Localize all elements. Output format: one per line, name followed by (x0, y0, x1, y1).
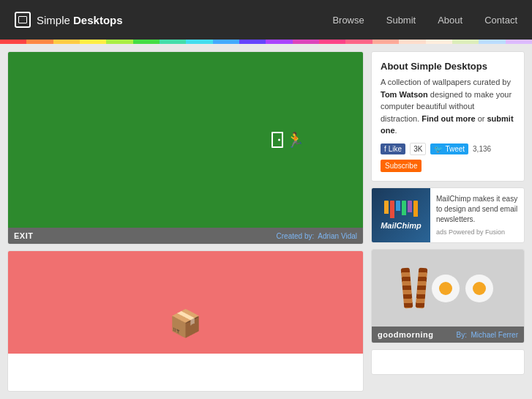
mailchimp-bars (384, 201, 418, 218)
header: Simple Desktops Browse Submit About Cont… (0, 0, 532, 40)
logo-simple-text: Simple (37, 14, 73, 26)
ad-box[interactable]: MailChimp MailChimp makes it easy to des… (371, 187, 525, 244)
egg-yolk-2 (473, 282, 486, 295)
goodmorning-credit: By: Michael Ferrer (457, 331, 518, 339)
subscribe-button[interactable]: Subscribe (381, 160, 422, 172)
exit-credit: Created by: Adrian Vidal (277, 232, 357, 240)
fb-icon: f (384, 145, 386, 153)
goodmorning-credit-label: By: (457, 331, 467, 339)
about-description: A collection of wallpapers curated by To… (381, 76, 515, 137)
nav-submit[interactable]: Submit (386, 15, 416, 26)
about-or: or (476, 114, 487, 123)
exit-wallpaper: 🏃 (8, 52, 363, 228)
goodmorning-title: goodmorning (378, 330, 433, 339)
logo-bold-text: Desktops (73, 14, 123, 26)
egg-yolk (439, 282, 452, 295)
right-column: About Simple Desktops A collection of wa… (371, 51, 525, 392)
twitter-icon: 🐦 (434, 145, 443, 153)
main-content: 🏃 EXIT Created by: Adrian Vidal 📦 About … (0, 44, 532, 399)
bacon-strip-1 (401, 268, 413, 309)
ad-powered-by: ads Powered by Fusion (436, 228, 518, 237)
nav-about[interactable]: About (438, 15, 462, 26)
door-icon (271, 132, 283, 148)
about-box: About Simple Desktops A collection of wa… (371, 51, 525, 182)
like-count: 3K (410, 143, 426, 155)
tweet-count: 3,136 (473, 145, 491, 153)
box-wallpaper: 📦 (8, 251, 363, 354)
fried-egg-2 (465, 275, 493, 302)
nav-contact[interactable]: Contact (484, 15, 517, 26)
mailchimp-logo: MailChimp (381, 221, 422, 230)
goodmorning-wallpaper (372, 250, 524, 327)
about-author: Tom Watson (381, 90, 428, 99)
white-card[interactable] (371, 349, 525, 375)
like-label: Like (389, 145, 402, 153)
goodmorning-card-footer: goodmorning By: Michael Ferrer (372, 327, 524, 343)
fried-egg (432, 275, 460, 302)
exit-card[interactable]: 🏃 EXIT Created by: Adrian Vidal (7, 51, 364, 245)
social-bar: f Like 3K 🐦 Tweet 3,136 Subscribe (381, 143, 515, 172)
main-nav: Browse Submit About Contact (332, 15, 517, 26)
left-column: 🏃 EXIT Created by: Adrian Vidal 📦 (7, 51, 364, 392)
logo-area: Simple Desktops (15, 12, 332, 28)
tweet-label: Tweet (445, 145, 465, 153)
ad-text: MailChimp makes it easy to design and se… (430, 188, 524, 243)
ad-image: MailChimp (372, 188, 430, 243)
find-out-more-link[interactable]: Find out more (422, 114, 475, 123)
box-card[interactable]: 📦 (7, 250, 364, 392)
about-title: About Simple Desktops (381, 61, 515, 72)
box-figure: 📦 (169, 308, 202, 339)
logo-icon (15, 12, 31, 28)
about-desc-1: A collection of wallpapers curated by (381, 78, 511, 86)
rainbow-stripe (0, 40, 532, 44)
ad-description: MailChimp makes it easy to design and se… (436, 195, 517, 223)
goodmorning-credit-name: Michael Ferrer (471, 331, 518, 339)
exit-figure: 🏃 (271, 131, 304, 149)
running-person-icon: 🏃 (286, 131, 304, 149)
facebook-like-button[interactable]: f Like (381, 143, 405, 154)
exit-credit-label: Created by: (277, 232, 315, 240)
logo-text: Simple Desktops (37, 14, 123, 26)
exit-title: EXIT (14, 231, 33, 240)
tweet-button[interactable]: 🐦 Tweet (430, 143, 468, 154)
goodmorning-card[interactable]: goodmorning By: Michael Ferrer (371, 249, 525, 343)
exit-card-footer: EXIT Created by: Adrian Vidal (8, 228, 363, 244)
nav-browse[interactable]: Browse (332, 15, 364, 26)
exit-credit-name: Adrian Vidal (318, 232, 357, 240)
bacon-strip-2 (416, 268, 428, 309)
